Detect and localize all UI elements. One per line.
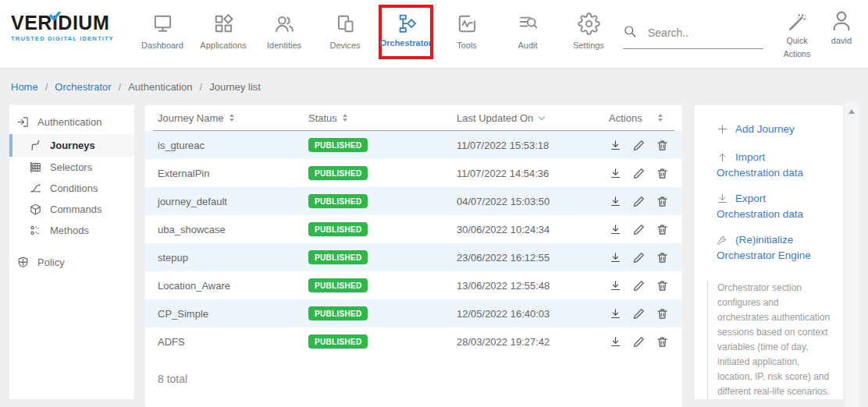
login-icon <box>16 115 30 129</box>
sidebar-item-commands[interactable]: Commands <box>9 199 134 220</box>
export-orchestration-data-link[interactable]: Export Orchestration data <box>717 192 835 221</box>
sort-icon <box>343 114 347 122</box>
nav-item-applications[interactable]: Applications <box>193 5 254 62</box>
edit-button[interactable] <box>632 223 646 236</box>
nav-item-identities[interactable]: Identities <box>254 5 315 62</box>
wrench-icon <box>717 234 728 249</box>
delete-button[interactable] <box>656 139 669 152</box>
delete-button[interactable] <box>656 223 669 236</box>
table-total-count: 8 total <box>158 373 670 385</box>
audit-icon <box>517 11 539 36</box>
download-button[interactable] <box>609 251 622 264</box>
journey-name: is_gtureac <box>158 140 308 151</box>
sidebar-item-selectors[interactable]: Selectors <box>9 157 134 178</box>
upload-icon <box>717 151 728 166</box>
sidebar-item-authentication[interactable]: Authentication <box>9 109 134 134</box>
last-updated: 11/07/2022 14:54:36 <box>457 168 609 179</box>
sidebar-item-journeys[interactable]: Journeys <box>9 134 134 157</box>
status-badge: PUBLISHED <box>308 250 368 264</box>
breadcrumb-separator: / <box>45 81 48 93</box>
nav-item-orchestrator[interactable]: Orchestrator <box>379 5 433 59</box>
sidebar-item-methods[interactable]: Methods <box>9 220 134 241</box>
settings-gear-icon <box>578 11 600 36</box>
edit-button[interactable] <box>632 279 646 292</box>
quick-actions-button[interactable]: Quick Actions <box>776 9 818 61</box>
sidebar-item-policy[interactable]: Policy <box>9 250 134 274</box>
download-button[interactable] <box>609 195 622 208</box>
logo-title: VERIDIUM <box>11 12 114 33</box>
user-menu[interactable]: david <box>820 6 863 45</box>
table-header: Journey Name Status Last Updated On Acti… <box>153 105 674 131</box>
applications-icon <box>212 11 235 36</box>
orchestrator-description: Orchestrator section configures and orch… <box>707 281 832 399</box>
search-input[interactable] <box>648 27 751 39</box>
table-row: ADFS PUBLISHED 28/03/2022 19:27:42 <box>145 327 682 356</box>
breadcrumb-home[interactable]: Home <box>11 81 38 93</box>
nav-item-audit[interactable]: Audit <box>497 5 558 62</box>
journey-name: uba_showcase <box>158 224 308 235</box>
selectors-icon <box>29 161 42 174</box>
column-label: Status <box>308 112 337 124</box>
column-header-last-updated[interactable]: Last Updated On <box>457 112 609 124</box>
download-button[interactable] <box>609 139 622 152</box>
column-header-actions[interactable]: Actions <box>609 112 670 124</box>
user-name: david <box>820 36 863 45</box>
delete-button[interactable] <box>656 251 669 264</box>
delete-button[interactable] <box>656 279 669 292</box>
methods-dots-icon <box>29 224 42 237</box>
add-journey-link[interactable]: Add Journey <box>717 122 835 138</box>
download-button[interactable] <box>609 279 622 292</box>
commands-cube-icon <box>29 203 42 216</box>
tools-icon <box>456 11 478 36</box>
sidebar-item-label: Selectors <box>50 161 92 173</box>
edit-button[interactable] <box>632 195 646 208</box>
reinitialize-orchestrator-engine-link[interactable]: (Re)initialize Orchestrator Engine <box>717 233 835 262</box>
nav-item-devices[interactable]: Devices <box>315 5 375 62</box>
nav-item-settings[interactable]: Settings <box>558 5 619 62</box>
scrollbar-track[interactable] <box>845 101 859 407</box>
status-badge: PUBLISHED <box>308 194 368 208</box>
nav-item-label: Audit <box>518 41 537 50</box>
breadcrumb: Home / Orchestrator / Authentication / J… <box>0 69 868 104</box>
actions-panel: Add Journey Import Orchestration data Ex… <box>695 105 843 399</box>
devices-icon <box>334 11 357 36</box>
delete-button[interactable] <box>656 195 669 208</box>
edit-button[interactable] <box>632 167 646 180</box>
veridium-logo[interactable]: VERIDIUM TRUSTED DIGITAL IDENTITY <box>11 12 114 42</box>
import-orchestration-data-link[interactable]: Import Orchestration data <box>717 150 835 179</box>
global-search[interactable] <box>623 24 763 49</box>
scrollbar-up-icon[interactable] <box>848 109 855 114</box>
sidebar-authentication-sublist: Journeys Selectors Conditions Commands M… <box>9 134 134 241</box>
edit-button[interactable] <box>632 307 646 320</box>
edit-button[interactable] <box>632 251 646 264</box>
delete-button[interactable] <box>656 307 669 320</box>
sidebar-item-label: Policy <box>37 257 65 268</box>
quick-actions-label-line2: Actions <box>776 48 818 61</box>
table-body: is_gtureac PUBLISHED 11/07/2022 15:53:18… <box>145 131 682 356</box>
delete-button[interactable] <box>656 335 669 349</box>
download-button[interactable] <box>609 223 622 236</box>
edit-button[interactable] <box>632 139 646 152</box>
nav-item-dashboard[interactable]: Dashboard <box>132 5 193 62</box>
sidebar-item-label: Commands <box>50 204 101 215</box>
sidebar-item-conditions[interactable]: Conditions <box>9 178 134 199</box>
breadcrumb-orchestrator[interactable]: Orchestrator <box>55 81 111 93</box>
status-badge: PUBLISHED <box>308 334 368 349</box>
policy-shield-icon <box>16 256 30 269</box>
nav-item-label: Identities <box>267 41 301 50</box>
sidebar-item-label: Conditions <box>50 182 98 194</box>
journey-name: ADFS <box>158 336 308 348</box>
status-badge: PUBLISHED <box>308 278 368 292</box>
column-header-status[interactable]: Status <box>308 112 457 124</box>
identities-icon <box>273 11 296 36</box>
delete-button[interactable] <box>656 167 669 180</box>
nav-item-label: Devices <box>329 41 360 50</box>
conditions-icon <box>29 182 42 195</box>
download-button[interactable] <box>609 307 622 320</box>
edit-button[interactable] <box>632 335 646 349</box>
column-header-journey-name[interactable]: Journey Name <box>158 112 308 124</box>
download-button[interactable] <box>609 167 622 180</box>
nav-item-label: Dashboard <box>141 41 183 50</box>
nav-item-tools[interactable]: Tools <box>436 5 497 62</box>
download-button[interactable] <box>609 335 622 349</box>
